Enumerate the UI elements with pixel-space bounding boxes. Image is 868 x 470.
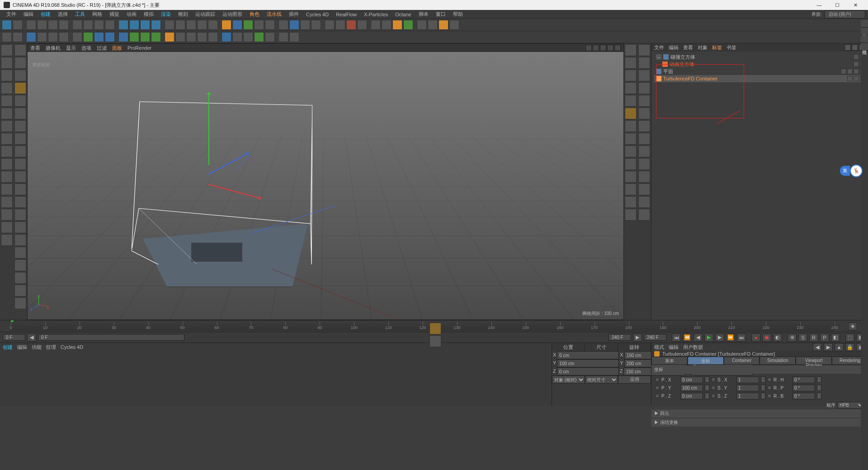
ime-mode[interactable]: 英 bbox=[840, 166, 850, 176]
ime-badge[interactable]: 英 🦌 bbox=[840, 164, 863, 177]
menu-雕刻[interactable]: 雕刻 bbox=[175, 10, 192, 19]
mode-button[interactable] bbox=[625, 158, 637, 170]
layout-combo[interactable]: 启动 (用户) bbox=[825, 10, 865, 19]
toolbar-button[interactable] bbox=[403, 20, 413, 30]
mode-button[interactable] bbox=[1, 209, 13, 221]
toolbar-button[interactable] bbox=[151, 32, 161, 42]
menu-运动图形[interactable]: 运动图形 bbox=[219, 10, 246, 19]
toolbar-button[interactable] bbox=[105, 32, 115, 42]
play-button[interactable]: ▶ bbox=[704, 334, 713, 342]
attr-lock-button[interactable]: 🔒 bbox=[845, 343, 854, 351]
toolbar-button[interactable] bbox=[289, 20, 299, 30]
toolbar-button[interactable] bbox=[325, 20, 335, 30]
menu-角色[interactable]: 角色 bbox=[246, 10, 263, 19]
mode-button[interactable] bbox=[14, 259, 26, 271]
toolbar-button[interactable] bbox=[140, 20, 150, 30]
menu-RealFlow[interactable]: RealFlow bbox=[332, 11, 360, 18]
prev-frame-button[interactable]: ◀ bbox=[693, 334, 703, 342]
attr-P . Y[interactable] bbox=[680, 385, 703, 391]
menu-X-Particles[interactable]: X-Particles bbox=[360, 11, 392, 18]
toolbar-button[interactable] bbox=[48, 20, 58, 30]
toolbar-button[interactable] bbox=[129, 20, 139, 30]
toolbar-button[interactable] bbox=[382, 20, 392, 30]
mode-button[interactable] bbox=[625, 82, 637, 94]
attr-R . B[interactable] bbox=[793, 393, 815, 400]
toolbar-button[interactable] bbox=[37, 32, 47, 42]
pos-Z[interactable] bbox=[557, 367, 619, 376]
toolbar-button[interactable] bbox=[186, 32, 196, 42]
toolbar-button[interactable] bbox=[118, 20, 128, 30]
attr-R . P[interactable] bbox=[793, 385, 815, 391]
minimize-button[interactable]: — bbox=[810, 0, 828, 10]
attr-fwd-button[interactable]: ▶ bbox=[824, 343, 833, 351]
side-tab-内容浏览器[interactable]: 内容浏览器 bbox=[861, 28, 868, 35]
menu-脚本[interactable]: 脚本 bbox=[415, 10, 432, 19]
mode-button[interactable] bbox=[14, 95, 26, 107]
toolbar-button[interactable] bbox=[118, 32, 128, 42]
mode-button[interactable] bbox=[1, 221, 13, 233]
current-frame-input[interactable]: 0 F bbox=[3, 334, 25, 341]
viewport-canvas[interactable]: 透视视图 yxz 网格间距 : 100 cm bbox=[28, 52, 623, 320]
mode-button[interactable] bbox=[1, 82, 13, 94]
rot-key-button[interactable]: R bbox=[809, 334, 818, 342]
fcurve-button[interactable]: ⬚ bbox=[845, 334, 854, 342]
material-menu-创建[interactable]: 创建 bbox=[3, 344, 13, 351]
toolbar-button[interactable] bbox=[232, 32, 242, 42]
material-menu-纹理[interactable]: 纹理 bbox=[46, 344, 56, 351]
attr-menu-编辑[interactable]: 编辑 bbox=[669, 344, 679, 351]
gear-icon[interactable] bbox=[429, 335, 441, 347]
toolbar-button[interactable] bbox=[83, 20, 93, 30]
goto-start-button[interactable]: ⏮ bbox=[672, 334, 681, 342]
range-end-input[interactable]: 240 F bbox=[609, 334, 631, 341]
toolbar-button[interactable] bbox=[439, 20, 448, 30]
tree-item-平面[interactable]: 平面 bbox=[654, 68, 865, 75]
viewport-nav-icon[interactable] bbox=[607, 45, 613, 51]
menu-动画[interactable]: 动画 bbox=[123, 10, 140, 19]
attr-tab-坐标[interactable]: 坐标 bbox=[688, 357, 724, 365]
menu-窗口[interactable]: 窗口 bbox=[432, 10, 449, 19]
toolbar-button[interactable] bbox=[232, 20, 242, 30]
side-tab-脚本建构[interactable]: 脚本建构 bbox=[861, 35, 868, 43]
mode-button[interactable] bbox=[14, 183, 26, 195]
next-range-button[interactable]: ▶ bbox=[633, 334, 642, 342]
mode-button[interactable] bbox=[638, 209, 650, 221]
objmgr-menu-标签[interactable]: 标签 bbox=[712, 44, 722, 51]
toolbar-button[interactable] bbox=[140, 32, 150, 42]
menu-网格[interactable]: 网格 bbox=[89, 10, 106, 19]
material-area[interactable]: MAXON CINEMA 4D bbox=[0, 351, 552, 406]
toolbar-button[interactable] bbox=[72, 20, 82, 30]
mode-button[interactable] bbox=[14, 108, 26, 119]
mode-button[interactable] bbox=[14, 247, 26, 258]
toolbar-button[interactable] bbox=[94, 20, 104, 30]
mode-button[interactable] bbox=[625, 133, 637, 145]
toolbar-button[interactable] bbox=[129, 32, 139, 42]
menu-帮助[interactable]: 帮助 bbox=[449, 10, 467, 19]
toolbar-button[interactable] bbox=[13, 32, 23, 42]
mode-button[interactable] bbox=[638, 82, 650, 94]
viewport-nav-icon[interactable] bbox=[585, 45, 592, 51]
viewport-menu-面板[interactable]: 面板 bbox=[112, 45, 122, 52]
close-button[interactable]: ✕ bbox=[846, 0, 864, 10]
next-frame-button[interactable]: ▶ bbox=[715, 334, 724, 342]
mode-button[interactable] bbox=[14, 57, 26, 69]
toolbar-button[interactable] bbox=[243, 20, 253, 30]
mode-button[interactable] bbox=[1, 95, 13, 107]
viewport-nav-icon[interactable] bbox=[593, 45, 599, 51]
toolbar-button[interactable] bbox=[48, 32, 58, 42]
mode-button[interactable] bbox=[14, 171, 26, 183]
toolbar-button[interactable] bbox=[13, 20, 23, 30]
tree-item-TurbulenceFD Container[interactable]: TurbulenceFD Container bbox=[654, 75, 865, 82]
mode-button[interactable] bbox=[14, 133, 26, 145]
objmgr-menu-文件[interactable]: 文件 bbox=[654, 44, 664, 51]
mode-button[interactable] bbox=[14, 196, 26, 208]
side-tab-属性[interactable]: 属性 bbox=[861, 43, 868, 51]
toolbar-button[interactable] bbox=[243, 32, 253, 42]
toolbar-button[interactable] bbox=[165, 32, 175, 42]
coord-mode-select[interactable]: 对象 (相对) bbox=[552, 376, 585, 384]
pos-X[interactable] bbox=[557, 351, 619, 359]
menu-Octane[interactable]: Octane bbox=[392, 11, 415, 18]
apply-button[interactable]: 应用 bbox=[618, 376, 651, 384]
viewport-nav-icon[interactable] bbox=[600, 45, 606, 51]
toolbar-button[interactable] bbox=[208, 32, 218, 42]
objmgr-menu-编辑[interactable]: 编辑 bbox=[669, 44, 679, 51]
